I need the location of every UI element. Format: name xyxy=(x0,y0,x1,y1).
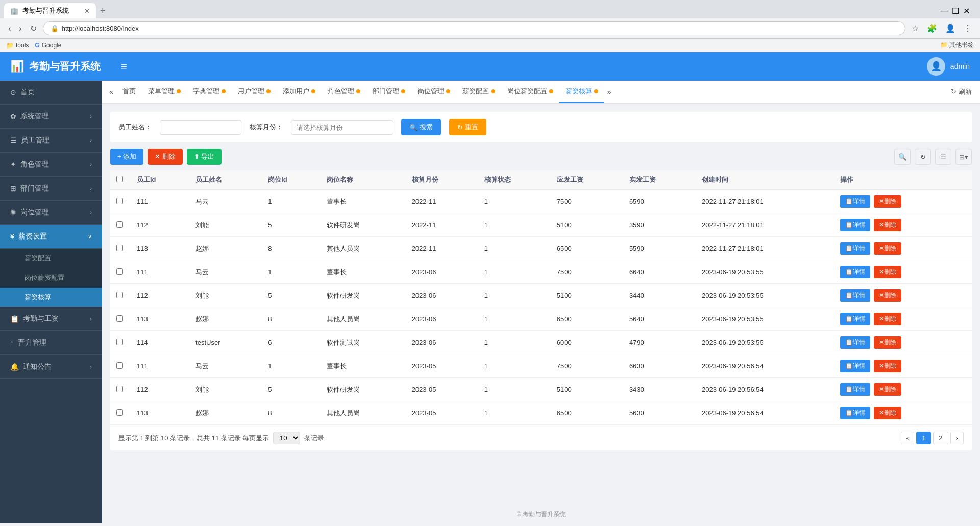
refresh-table-button[interactable]: ↻ xyxy=(915,149,931,165)
sidebar-item-system[interactable]: ✿ 系统管理 › xyxy=(0,105,102,129)
row-delete-button-9[interactable]: ✕删除 xyxy=(874,407,901,419)
sidebar-item-employee[interactable]: ☰ 员工管理 › xyxy=(0,129,102,153)
detail-button-2[interactable]: 📋详情 xyxy=(840,242,870,255)
select-all-checkbox[interactable] xyxy=(116,176,123,182)
row-checkbox-7[interactable] xyxy=(116,362,123,369)
employee-name-input[interactable] xyxy=(160,120,241,135)
sidebar-label-home: 首页 xyxy=(20,88,35,97)
sidebar-item-attendance[interactable]: 📋 考勤与工资 › xyxy=(0,307,102,331)
next-page-button[interactable]: › xyxy=(950,432,964,444)
search-toggle-button[interactable]: 🔍 xyxy=(894,149,911,165)
sidebar-item-salary[interactable]: ¥ 薪资设置 ∨ xyxy=(0,225,102,249)
sidebar-item-notice[interactable]: 🔔 通知公告 › xyxy=(0,355,102,379)
extensions-button[interactable]: 🧩 xyxy=(925,21,939,35)
reset-button[interactable]: ↻ 重置 xyxy=(449,119,486,135)
detail-button-5[interactable]: 📋详情 xyxy=(840,313,870,325)
tab-close-button[interactable]: ✕ xyxy=(84,7,90,15)
sub-post-salary-config[interactable]: 岗位薪资配置 xyxy=(0,268,102,288)
row-checkbox-5[interactable] xyxy=(116,315,123,322)
row-delete-button-3[interactable]: ✕删除 xyxy=(874,266,901,278)
sub-salary-calc[interactable]: 薪资核算 xyxy=(0,288,102,307)
table-row: 114 testUser 6 软件测试岗 2023-06 1 6000 4790… xyxy=(110,331,972,354)
cell-actions-1: 📋详情 ✕删除 xyxy=(834,213,972,237)
tab-post-mgmt[interactable]: 岗位管理 xyxy=(411,81,456,103)
row-delete-button-8[interactable]: ✕删除 xyxy=(874,383,901,396)
page-1-button[interactable]: 1 xyxy=(916,432,931,444)
row-checkbox-2[interactable] xyxy=(116,245,123,251)
bookmark-tools[interactable]: 📁 tools xyxy=(6,42,29,49)
export-button[interactable]: ⬆ 导出 xyxy=(187,149,222,165)
hamburger-button[interactable]: ≡ xyxy=(121,61,127,73)
sidebar-item-role[interactable]: ✦ 角色管理 › xyxy=(0,153,102,177)
detail-button-6[interactable]: 📋详情 xyxy=(840,336,870,349)
row-checkbox-1[interactable] xyxy=(116,221,123,228)
refresh-button[interactable]: ↻ 刷新 xyxy=(947,81,976,103)
tab-salary-config[interactable]: 薪资配置 xyxy=(456,81,501,103)
row-delete-button-2[interactable]: ✕删除 xyxy=(874,242,901,255)
add-button[interactable]: + 添加 xyxy=(110,149,143,165)
period-input[interactable] xyxy=(291,120,393,135)
nav-next-button[interactable]: » xyxy=(604,82,615,102)
row-checkbox-3[interactable] xyxy=(116,268,123,275)
tab-home[interactable]: 首页 xyxy=(116,81,142,103)
detail-button-4[interactable]: 📋详情 xyxy=(840,289,870,302)
dot-icon xyxy=(177,89,181,93)
detail-button-3[interactable]: 📋详情 xyxy=(840,266,870,278)
sidebar-item-dept[interactable]: ⊞ 部门管理 › xyxy=(0,177,102,201)
maximize-button[interactable]: ☐ xyxy=(952,6,959,16)
row-checkbox-6[interactable] xyxy=(116,339,123,345)
detail-button-1[interactable]: 📋详情 xyxy=(840,219,870,231)
other-bookmarks[interactable]: 📁 其他书签 xyxy=(940,41,974,50)
table-row: 111 马云 1 董事长 2022-11 1 7500 6590 2022-11… xyxy=(110,190,972,213)
close-window-button[interactable]: ✕ xyxy=(963,6,970,16)
forward-button[interactable]: › xyxy=(17,22,23,35)
detail-button-8[interactable]: 📋详情 xyxy=(840,383,870,396)
row-delete-button-0[interactable]: ✕删除 xyxy=(874,195,901,208)
row-checkbox-8[interactable] xyxy=(116,386,123,392)
row-delete-button-7[interactable]: ✕删除 xyxy=(874,360,901,372)
tab-dept-mgmt[interactable]: 部门管理 xyxy=(366,81,411,103)
bookmark-google[interactable]: G Google xyxy=(35,42,61,49)
cell-gross-4: 5100 xyxy=(551,284,623,307)
row-checkbox-0[interactable] xyxy=(116,198,123,204)
detail-button-7[interactable]: 📋详情 xyxy=(840,360,870,372)
list-view-button[interactable]: ☰ xyxy=(935,149,951,165)
prev-page-button[interactable]: ‹ xyxy=(901,432,914,444)
sidebar-item-promotion[interactable]: ↑ 晋升管理 xyxy=(0,331,102,355)
menu-button[interactable]: ⋮ xyxy=(962,21,974,35)
row-delete-button-4[interactable]: ✕删除 xyxy=(874,289,901,302)
tab-menu-mgmt[interactable]: 菜单管理 xyxy=(142,81,187,103)
page-2-button[interactable]: 2 xyxy=(933,432,948,444)
row-checkbox-4[interactable] xyxy=(116,292,123,298)
tab-add-user[interactable]: 添加用户 xyxy=(277,81,322,103)
new-tab-button[interactable]: + xyxy=(96,4,110,18)
url-bar[interactable]: 🔒 http://localhost:8080/index xyxy=(43,21,905,35)
row-delete-button-1[interactable]: ✕删除 xyxy=(874,219,901,231)
row-checkbox-cell xyxy=(110,401,131,425)
grid-view-button[interactable]: ⊞▾ xyxy=(955,149,972,165)
bookmark-button[interactable]: ☆ xyxy=(910,21,921,35)
sidebar-item-home[interactable]: ⊙ 首页 xyxy=(0,81,102,105)
minimize-button[interactable]: — xyxy=(940,6,948,15)
sub-salary-config[interactable]: 薪资配置 xyxy=(0,249,102,268)
search-button[interactable]: 🔍 搜索 xyxy=(401,119,441,135)
active-tab[interactable]: 🏢 考勤与晋升系统 ✕ xyxy=(4,3,96,18)
page-size-select[interactable]: 10 20 50 xyxy=(273,432,300,444)
row-checkbox-9[interactable] xyxy=(116,409,123,416)
tab-role-mgmt[interactable]: 角色管理 xyxy=(322,81,366,103)
tab-salary-calc[interactable]: 薪资核算 xyxy=(559,81,604,103)
tab-user-mgmt[interactable]: 用户管理 xyxy=(232,81,277,103)
detail-button-0[interactable]: 📋详情 xyxy=(840,195,870,208)
detail-button-9[interactable]: 📋详情 xyxy=(840,407,870,419)
profile-button[interactable]: 👤 xyxy=(943,21,958,35)
row-delete-button-6[interactable]: ✕删除 xyxy=(874,336,901,349)
nav-prev-button[interactable]: « xyxy=(106,82,116,102)
refresh-button[interactable]: ↻ xyxy=(28,21,39,35)
dot-icon9 xyxy=(549,89,553,93)
back-button[interactable]: ‹ xyxy=(6,22,13,35)
tab-post-salary-config[interactable]: 岗位薪资配置 xyxy=(501,81,559,103)
tab-dict-mgmt[interactable]: 字典管理 xyxy=(187,81,232,103)
sidebar-item-post[interactable]: ✺ 岗位管理 › xyxy=(0,201,102,225)
row-delete-button-5[interactable]: ✕删除 xyxy=(874,313,901,325)
delete-button[interactable]: ✕ 删除 xyxy=(148,149,183,165)
